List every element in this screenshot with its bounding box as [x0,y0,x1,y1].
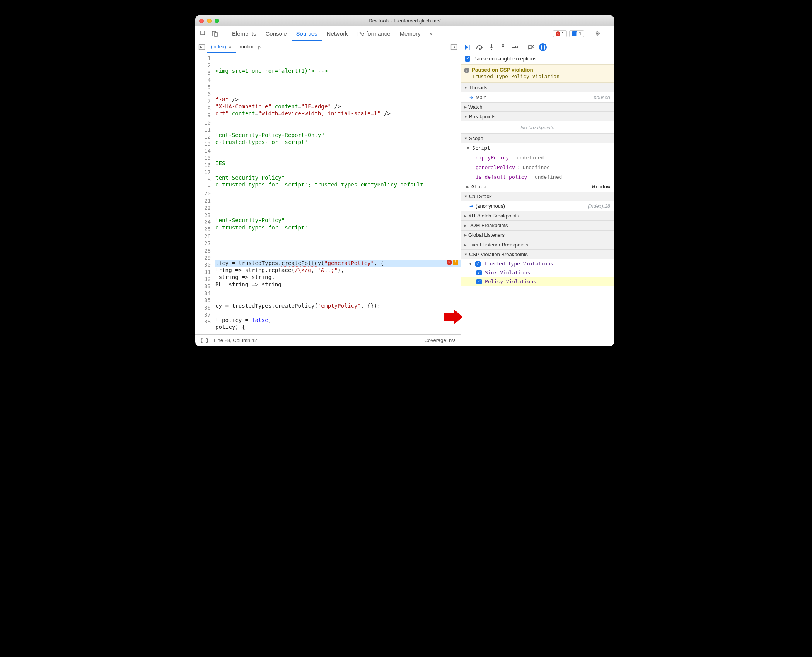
section-threads[interactable]: Threads [461,83,614,92]
issues-counter[interactable]: ❙❙ 1 [569,30,584,37]
code-line[interactable] [215,202,461,209]
section-watch[interactable]: Watch [461,102,614,112]
code-line[interactable] [215,295,461,302]
deactivate-breakpoints-icon[interactable] [526,42,536,52]
main-tabbar: Elements Console Sources Network Perform… [195,26,614,41]
device-toolbar-icon[interactable] [209,28,221,39]
code-line[interactable] [215,195,461,202]
tab-network[interactable]: Network [322,27,353,41]
code-line[interactable]: e-trusted-types-for 'script'; trusted-ty… [215,181,461,188]
code-line[interactable] [215,231,461,238]
code-line[interactable] [215,288,461,295]
code-line[interactable]: f-8" /> [215,96,461,103]
code-line[interactable]: <img src=1 onerror='alert(1)'> --> [215,67,461,74]
settings-gear-icon[interactable]: ⚙ [593,30,602,37]
csp-policy-checkbox[interactable]: ✓ [476,279,482,284]
code-body[interactable]: <img src=1 onerror='alert(1)'> -->f-8" /… [214,53,461,334]
csp-trusted-type-violations[interactable]: ✓ Trusted Type Violations [461,259,614,268]
section-global-listeners[interactable]: Global Listeners [461,230,614,240]
expand-icon[interactable] [466,145,470,151]
code-line[interactable]: tent-Security-Policy" [215,174,461,181]
code-line[interactable]: ort" content="width=device-width, initia… [215,110,461,117]
section-breakpoints[interactable]: Breakpoints [461,112,614,121]
error-counter[interactable]: ✕ 1 [553,30,567,37]
file-tab-runtime[interactable]: runtime.js [236,41,265,53]
code-line[interactable]: tent-Security-Policy" [215,217,461,224]
csp-root-checkbox[interactable]: ✓ [475,261,481,267]
code-line[interactable]: "X-UA-Compatible" content="IE=edge" /> [215,103,461,110]
scope-variable[interactable]: generalPolicy: undefined [461,163,614,172]
pretty-print-icon[interactable]: { } [200,337,209,343]
section-scope[interactable]: Scope [461,133,614,143]
section-csp-violation-breakpoints[interactable]: CSP Violation Breakpoints [461,250,614,259]
step-icon[interactable] [510,42,520,52]
csp-sink-violations[interactable]: ✓ Sink Violations [461,268,614,277]
scope-global[interactable]: Global Window [461,182,614,192]
expand-icon[interactable] [469,260,472,266]
code-line[interactable] [215,145,461,152]
thread-main-row[interactable]: ➔Main paused [461,92,614,102]
callstack-frame[interactable]: ➔(anonymous) (index):28 [461,201,614,211]
horizontal-scrollbar[interactable] [234,329,459,334]
pause-caught-checkbox[interactable]: ✓ [465,56,470,62]
scope-variable[interactable]: is_default_policy: undefined [461,172,614,182]
tab-elements[interactable]: Elements [227,27,261,41]
csp-sink-checkbox[interactable]: ✓ [476,270,482,275]
breakpoints-empty: No breakpoints [461,121,614,133]
code-line[interactable] [215,245,461,252]
csp-policy-violations[interactable]: ✓ Policy Violations [461,277,614,286]
inspect-element-icon[interactable] [198,28,209,39]
file-tab-index[interactable]: (index) × [207,41,236,53]
code-line[interactable]: RL: string => string [215,281,461,288]
code-line[interactable] [215,124,461,131]
resume-icon[interactable] [463,42,473,52]
step-into-icon[interactable] [486,42,496,52]
code-line[interactable]: licy = trustedTypes.createPolicy("genera… [215,260,461,267]
code-line[interactable]: cy = trustedTypes.createPolicy("emptyPol… [215,302,461,309]
section-event-listener-breakpoints[interactable]: Event Listener Breakpoints [461,240,614,250]
code-area[interactable]: 1234567891011121314151617181920212223242… [195,53,461,334]
code-line[interactable]: tent-Security-Policy-Report-Only" [215,132,461,139]
warning-inline-icon: ! [453,260,458,265]
section-xhr-fetch-breakpoints[interactable]: XHR/fetch Breakpoints [461,211,614,221]
code-line[interactable] [215,74,461,81]
code-line[interactable]: tring => string.replace(/\</g, "&lt;"), [215,267,461,274]
code-line[interactable]: e-trusted-types-for 'script'" [215,224,461,231]
tab-console[interactable]: Console [261,27,292,41]
code-line[interactable]: string => string, [215,274,461,281]
code-line[interactable] [215,167,461,174]
active-frame-icon: ➔ [469,204,473,209]
pause-exceptions-icon[interactable]: ❚❚ [538,42,548,52]
section-callstack[interactable]: Call Stack [461,192,614,201]
tabs-overflow-icon[interactable]: » [425,28,437,39]
code-line[interactable] [215,210,461,217]
tab-sources[interactable]: Sources [292,27,322,41]
more-tabs-icon[interactable] [449,44,459,51]
code-line[interactable] [215,238,461,245]
close-tab-icon[interactable]: × [229,41,232,53]
code-line[interactable] [215,89,461,96]
code-line[interactable]: t_policy = false; [215,317,461,323]
scope-script[interactable]: Script [461,143,614,153]
code-line[interactable] [215,117,461,124]
code-line[interactable] [215,188,461,195]
code-line[interactable]: IES [215,160,461,167]
step-over-icon[interactable] [475,42,485,52]
issues-icon: ❙❙ [572,31,577,36]
scope-variable[interactable]: emptyPolicy: undefined [461,153,614,163]
tab-memory[interactable]: Memory [395,27,425,41]
step-out-icon[interactable] [498,42,508,52]
svg-point-7 [491,49,492,50]
code-line[interactable] [215,82,461,89]
code-line[interactable] [215,153,461,160]
navigator-toggle-icon[interactable] [197,44,207,51]
file-tab-label: (index) [211,41,226,53]
more-menu-icon[interactable]: ⋮ [602,30,612,37]
tab-performance[interactable]: Performance [353,27,395,41]
code-line[interactable] [215,309,461,316]
code-line[interactable] [215,252,461,259]
code-line[interactable]: e-trusted-types-for 'script'" [215,139,461,145]
section-dom-breakpoints[interactable]: DOM Breakpoints [461,221,614,230]
expand-icon[interactable] [466,183,469,189]
svg-point-9 [517,46,518,48]
